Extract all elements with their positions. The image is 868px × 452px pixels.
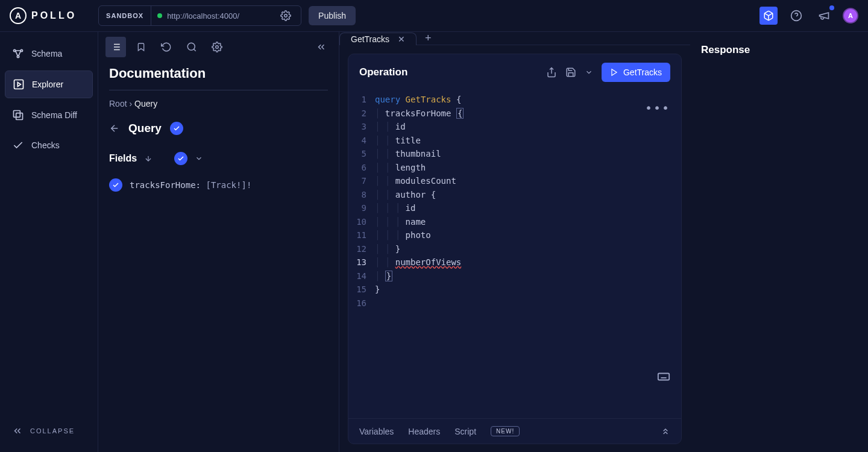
- field-row[interactable]: tracksForHome: [Track!]!: [109, 175, 328, 195]
- svg-marker-8: [17, 83, 20, 87]
- run-button-label: GetTracks: [623, 67, 662, 77]
- url-text: http://localhost:4000/: [167, 11, 239, 20]
- top-header: A POLLO SANDBOX http://localhost:4000/ P…: [0, 0, 868, 32]
- apollo-wordmark: POLLO: [31, 10, 77, 21]
- editor-bottom-bar: Variables Headers Script NEW!: [348, 418, 681, 444]
- tab-label: GetTracks: [351, 34, 389, 44]
- collapse-panel-icon[interactable]: [311, 37, 332, 57]
- sandbox-url-input[interactable]: http://localhost:4000/: [151, 6, 301, 25]
- header-right-actions: A: [760, 7, 858, 25]
- sandbox-label: SANDBOX: [99, 6, 151, 25]
- tab-script[interactable]: Script: [454, 427, 476, 436]
- documentation-panel: Documentation Root › Query Query: [98, 32, 339, 452]
- field-check-icon[interactable]: [109, 178, 122, 192]
- more-options-icon[interactable]: •••: [645, 101, 670, 115]
- sidebar-item-checks[interactable]: Checks: [5, 132, 93, 159]
- gear-icon[interactable]: [244, 10, 295, 21]
- breadcrumb: Root › Query: [109, 90, 328, 117]
- back-arrow-icon[interactable]: [109, 123, 120, 134]
- run-query-button[interactable]: GetTracks: [602, 63, 670, 82]
- list-view-icon[interactable]: [105, 37, 126, 57]
- svg-point-17: [187, 43, 195, 50]
- collapse-label: COLLAPSE: [30, 427, 75, 435]
- checks-icon: [12, 139, 24, 151]
- svg-point-6: [17, 55, 19, 57]
- settings-icon[interactable]: [207, 37, 227, 57]
- field-name: tracksForHome:: [130, 180, 201, 190]
- operation-card: Operation GetTracks: [348, 54, 682, 444]
- apollo-logo[interactable]: A POLLO: [10, 7, 77, 24]
- editor-area: GetTracks ✕ + Operation: [339, 32, 690, 452]
- svg-marker-23: [612, 69, 617, 76]
- bookmark-icon[interactable]: [131, 37, 151, 57]
- notification-dot: [829, 5, 834, 10]
- expand-up-icon[interactable]: [661, 427, 670, 436]
- connection-status-dot: [157, 13, 162, 18]
- svg-point-19: [216, 46, 219, 49]
- close-icon[interactable]: ✕: [398, 34, 405, 44]
- apollo-logo-mark: A: [10, 7, 27, 24]
- keyboard-icon[interactable]: [657, 370, 670, 383]
- check-badge-icon[interactable]: [170, 122, 183, 135]
- response-panel: Response: [690, 32, 868, 452]
- svg-rect-7: [14, 80, 24, 89]
- sidebar-item-label: Schema Diff: [31, 110, 77, 120]
- sidebar-item-explorer[interactable]: Explorer: [5, 71, 93, 98]
- tab-variables[interactable]: Variables: [359, 427, 394, 436]
- breadcrumb-root[interactable]: Root: [109, 99, 127, 108]
- play-icon: [610, 68, 618, 77]
- sidebar-item-label: Explorer: [32, 80, 63, 89]
- select-all-check-icon[interactable]: [174, 152, 187, 165]
- response-title: Response: [701, 44, 857, 56]
- code-editor[interactable]: ••• 1query GetTracks { 2│ tracksForHome …: [348, 90, 681, 418]
- sidebar-item-label: Schema: [31, 49, 62, 58]
- new-badge: NEW!: [491, 426, 520, 436]
- svg-line-18: [193, 49, 195, 51]
- sidebar-item-schema[interactable]: Schema: [5, 40, 93, 67]
- field-type: [Track!]!: [206, 180, 251, 190]
- chevron-down-icon[interactable]: [195, 154, 203, 163]
- sort-arrow-icon[interactable]: [144, 154, 153, 163]
- help-icon[interactable]: [787, 7, 805, 25]
- svg-point-0: [285, 14, 288, 17]
- schema-icon: [12, 48, 24, 60]
- cube-icon[interactable]: [760, 7, 778, 25]
- publish-button[interactable]: Publish: [309, 6, 356, 25]
- query-header-row: Query: [109, 117, 328, 148]
- doc-toolbar: [98, 32, 339, 62]
- add-tab-button[interactable]: +: [417, 32, 440, 45]
- fields-label: Fields: [109, 153, 137, 164]
- svg-rect-10: [16, 113, 23, 120]
- operation-title: Operation: [359, 66, 538, 78]
- sandbox-pill: SANDBOX http://localhost:4000/: [98, 5, 301, 26]
- tab-headers[interactable]: Headers: [408, 427, 440, 436]
- left-sidebar: Schema Explorer Schema Diff Checks COLLA…: [0, 32, 98, 452]
- collapse-sidebar-button[interactable]: COLLAPSE: [5, 418, 93, 444]
- doc-title: Documentation: [109, 62, 328, 90]
- chevron-double-left-icon: [12, 425, 23, 436]
- history-icon[interactable]: [156, 37, 177, 57]
- svg-rect-24: [658, 374, 669, 380]
- save-icon[interactable]: [565, 67, 576, 78]
- sidebar-item-schema-diff[interactable]: Schema Diff: [5, 102, 93, 128]
- search-icon[interactable]: [181, 37, 202, 57]
- avatar[interactable]: A: [843, 8, 858, 24]
- svg-rect-9: [14, 111, 20, 118]
- sidebar-item-label: Checks: [31, 140, 60, 150]
- operation-header: Operation GetTracks: [348, 54, 681, 90]
- breadcrumb-current: Query: [134, 99, 157, 108]
- megaphone-icon[interactable]: [815, 7, 833, 25]
- tab-gettracks[interactable]: GetTracks ✕: [339, 33, 417, 45]
- diff-icon: [12, 109, 24, 121]
- chevron-down-icon[interactable]: [585, 68, 593, 77]
- query-label: Query: [128, 122, 162, 135]
- explorer-icon: [13, 78, 25, 90]
- share-icon[interactable]: [546, 67, 557, 78]
- tabs-bar: GetTracks ✕ +: [339, 32, 690, 45]
- fields-header: Fields: [109, 148, 328, 175]
